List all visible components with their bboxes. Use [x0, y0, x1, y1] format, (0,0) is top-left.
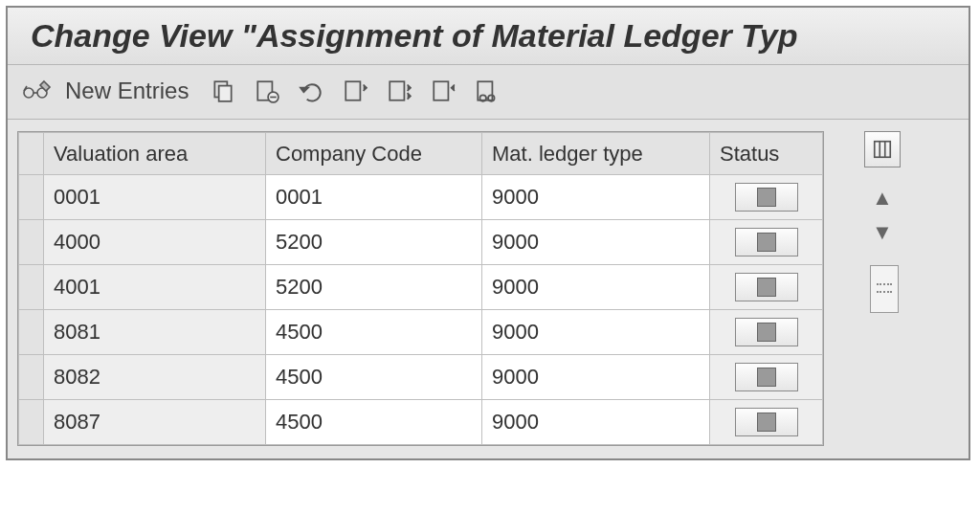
status-button[interactable]: [735, 363, 798, 391]
cell-status: [710, 355, 823, 400]
row-selector[interactable]: [19, 265, 44, 310]
row-selector-header[interactable]: [19, 133, 44, 175]
svg-rect-12: [875, 142, 891, 158]
table-row: 808145009000: [19, 310, 823, 355]
status-button[interactable]: [735, 273, 798, 301]
status-button[interactable]: [735, 318, 798, 346]
cell-valuation-area[interactable]: 8081: [44, 310, 266, 355]
scroll-up-icon[interactable]: ▲: [870, 189, 895, 208]
row-selector[interactable]: [19, 175, 44, 220]
cell-company-code[interactable]: 5200: [266, 265, 482, 310]
delete-icon[interactable]: [252, 77, 282, 105]
cell-ml-type[interactable]: 9000: [482, 400, 710, 445]
cell-valuation-area[interactable]: 8087: [44, 400, 266, 445]
table-row: 808245009000: [19, 355, 823, 400]
content-area: Valuation area Company Code Mat. ledger …: [8, 120, 969, 458]
undo-icon[interactable]: [296, 77, 326, 105]
table-row: 808745009000: [19, 400, 823, 445]
row-selector[interactable]: [19, 310, 44, 355]
cell-ml-type[interactable]: 9000: [482, 220, 710, 265]
cell-valuation-area[interactable]: 0001: [44, 175, 266, 220]
status-button[interactable]: [735, 228, 798, 256]
column-header-row: Valuation area Company Code Mat. ledger …: [19, 133, 823, 175]
copy-icon[interactable]: [208, 77, 238, 105]
cell-valuation-area[interactable]: 8082: [44, 355, 266, 400]
scroll-thumb[interactable]: [870, 265, 899, 313]
scroll-down-icon[interactable]: ▼: [870, 223, 895, 242]
window: Change View "Assignment of Material Ledg…: [6, 6, 970, 460]
cell-ml-type[interactable]: 9000: [482, 175, 710, 220]
select-all-icon[interactable]: [340, 77, 370, 105]
data-grid: Valuation area Company Code Mat. ledger …: [17, 131, 824, 446]
status-button[interactable]: [735, 183, 798, 212]
cell-status: [710, 400, 823, 445]
table-row: 400052009000: [19, 220, 823, 265]
deselect-all-icon[interactable]: [428, 77, 458, 105]
svg-rect-7: [390, 81, 405, 100]
row-selector[interactable]: [19, 355, 44, 400]
table-row: 400152009000: [19, 265, 823, 310]
svg-rect-8: [434, 81, 449, 100]
cell-status: [710, 220, 823, 265]
new-entries-button[interactable]: New Entries: [65, 78, 194, 104]
cell-ml-type[interactable]: 9000: [482, 310, 710, 355]
row-selector[interactable]: [19, 400, 44, 445]
configure-columns-button[interactable]: [864, 131, 901, 167]
cell-company-code[interactable]: 4500: [266, 355, 482, 400]
col-ml-type[interactable]: Mat. ledger type: [482, 133, 710, 175]
col-valuation-area[interactable]: Valuation area: [44, 133, 266, 175]
cell-status: [710, 310, 823, 355]
table-settings-icon[interactable]: [472, 77, 502, 105]
svg-rect-6: [346, 81, 361, 100]
cell-status: [710, 265, 823, 310]
cell-company-code[interactable]: 5200: [266, 220, 482, 265]
svg-rect-3: [219, 86, 232, 101]
col-status[interactable]: Status: [710, 133, 823, 175]
cell-ml-type[interactable]: 9000: [482, 265, 710, 310]
status-button[interactable]: [735, 408, 798, 436]
cell-valuation-area[interactable]: 4000: [44, 220, 266, 265]
cell-status: [710, 175, 823, 220]
glasses-pencil-icon[interactable]: [21, 77, 52, 105]
cell-company-code[interactable]: 4500: [266, 310, 482, 355]
select-block-icon[interactable]: [384, 77, 414, 105]
cell-company-code[interactable]: 4500: [266, 400, 482, 445]
application-toolbar: New Entries: [8, 65, 969, 120]
cell-ml-type[interactable]: 9000: [482, 355, 710, 400]
table-row: 000100019000: [19, 175, 823, 220]
col-company-code[interactable]: Company Code: [266, 133, 482, 175]
cell-valuation-area[interactable]: 4001: [44, 265, 266, 310]
vertical-scrollbar-area: ▲ ▼: [849, 131, 904, 449]
page-title: Change View "Assignment of Material Ledg…: [8, 8, 969, 65]
cell-company-code[interactable]: 0001: [266, 175, 482, 220]
row-selector[interactable]: [19, 220, 44, 265]
